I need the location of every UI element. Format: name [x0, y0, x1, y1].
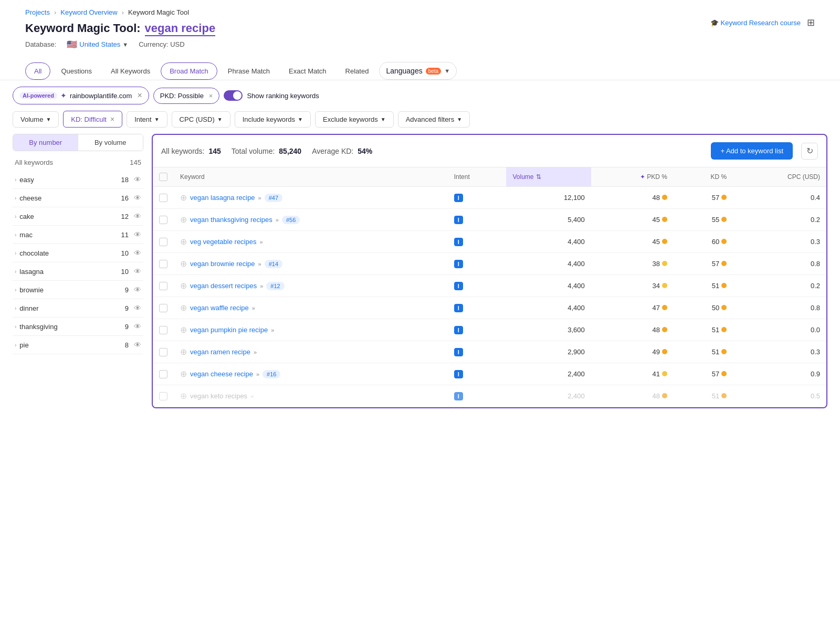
eye-icon[interactable]: 👁: [134, 175, 141, 184]
eye-icon[interactable]: 👁: [134, 304, 141, 312]
kd-dot: [721, 393, 727, 398]
kd-value: 51: [712, 348, 719, 356]
pkd-dot: [662, 349, 667, 354]
tab-questions[interactable]: Questions: [52, 63, 100, 79]
item-label: brownie: [19, 286, 121, 294]
sidebar-item-mac[interactable]: › mac 11 👁: [13, 226, 143, 244]
sidebar-item-brownie[interactable]: › brownie 9 👁: [13, 281, 143, 299]
pkd-dot: [662, 283, 667, 288]
row-checkbox[interactable]: [159, 348, 167, 356]
pkd-dot: [662, 217, 667, 222]
languages-tab[interactable]: Languages beta ▼: [379, 62, 457, 80]
ai-domain-filter[interactable]: AI-powered ✦ rainbowplantlife.com ×: [13, 87, 149, 104]
row-checkbox[interactable]: [159, 326, 167, 334]
domain-close-icon[interactable]: ×: [137, 91, 142, 100]
tab-related[interactable]: Related: [337, 63, 377, 79]
row-checkbox-cell: [153, 209, 174, 231]
grid-icon[interactable]: ⊞: [807, 17, 815, 28]
row-checkbox[interactable]: [159, 392, 167, 400]
show-ranking-toggle[interactable]: [224, 90, 243, 101]
eye-icon[interactable]: 👁: [134, 267, 141, 276]
kd-dot: [721, 349, 727, 354]
tab-all-keywords[interactable]: All Keywords: [102, 63, 159, 79]
refresh-btn[interactable]: ↻: [801, 143, 818, 160]
row-checkbox[interactable]: [159, 370, 167, 378]
tab-broad-match[interactable]: Broad Match: [161, 62, 217, 80]
eye-icon[interactable]: 👁: [134, 230, 141, 239]
keyword-link[interactable]: ⊕ vegan brownie recipe » #14: [180, 259, 442, 269]
volume-filter-btn[interactable]: Volume ▼: [13, 111, 59, 128]
keyword-link[interactable]: ⊕ vegan pumpkin pie recipe »: [180, 325, 442, 335]
chevron-right-icon: ›: [15, 195, 16, 201]
show-ranking-label: Show ranking keywords: [247, 92, 319, 100]
eye-icon[interactable]: 👁: [134, 212, 141, 220]
row-checkbox[interactable]: [159, 282, 167, 290]
kd-close-icon[interactable]: ×: [110, 115, 114, 123]
pkd-value: 48: [653, 326, 660, 334]
intent-filter-btn[interactable]: Intent ▼: [127, 111, 167, 128]
advanced-filters-btn[interactable]: Advanced filters ▼: [398, 111, 470, 128]
sort-by-number-btn[interactable]: By number: [13, 134, 78, 151]
item-count: 18: [121, 176, 129, 184]
eye-icon[interactable]: 👁: [134, 194, 141, 202]
sidebar-item-dinner[interactable]: › dinner 9 👁: [13, 299, 143, 318]
keyword-text: veg vegetable recipes: [190, 238, 256, 246]
table-row: ⊕ vegan lasagna recipe » #47 I 12,100 48…: [153, 187, 826, 209]
kd-cell: 51: [674, 319, 733, 341]
eye-icon[interactable]: 👁: [134, 286, 141, 294]
breadcrumb-projects[interactable]: Projects: [25, 8, 50, 16]
row-checkbox[interactable]: [159, 238, 167, 246]
cpc-filter-btn[interactable]: CPC (USD) ▼: [172, 111, 230, 128]
row-checkbox[interactable]: [159, 304, 167, 312]
breadcrumb-keyword-overview[interactable]: Keyword Overview: [60, 8, 117, 16]
keyword-link[interactable]: ⊕ vegan dessert recipes » #12: [180, 281, 442, 291]
keyword-text: vegan cheese recipe: [190, 370, 253, 378]
row-checkbox[interactable]: [159, 260, 167, 268]
keyword-table: Keyword Intent Volume ⇅ ✦ PKD % KD: [153, 167, 826, 407]
col-volume[interactable]: Volume ⇅: [506, 167, 591, 187]
sidebar-item-lasagna[interactable]: › lasagna 10 👁: [13, 262, 143, 281]
sidebar-item-chocolate[interactable]: › chocolate 10 👁: [13, 244, 143, 262]
intent-badge: I: [454, 216, 463, 224]
sidebar-item-thanksgiving[interactable]: › thanksgiving 9 👁: [13, 318, 143, 336]
keyword-link[interactable]: ⊕ vegan thanksgiving recipes » #56: [180, 215, 442, 225]
sidebar-item-cake[interactable]: › cake 12 👁: [13, 207, 143, 226]
course-link[interactable]: 🎓 Keyword Research course: [710, 19, 801, 27]
tab-all[interactable]: All: [25, 62, 50, 80]
include-keywords-btn[interactable]: Include keywords ▼: [235, 111, 311, 128]
keyword-link[interactable]: ⊕ vegan cheese recipe » #16: [180, 369, 442, 379]
country-link[interactable]: 🇺🇸 United States ▼: [67, 39, 128, 49]
keyword-link[interactable]: ⊕ vegan keto recipes »: [180, 391, 442, 401]
keyword-link[interactable]: ⊕ veg vegetable recipes »: [180, 237, 442, 247]
sidebar-item-pie[interactable]: › pie 8 👁: [13, 336, 143, 354]
keyword-link[interactable]: ⊕ vegan ramen recipe »: [180, 347, 442, 357]
sidebar-item-cheese[interactable]: › cheese 16 👁: [13, 189, 143, 207]
kd-value: 57: [712, 260, 719, 268]
eye-icon[interactable]: 👁: [134, 249, 141, 257]
row-checkbox[interactable]: [159, 194, 167, 202]
intent-cell: I: [448, 231, 507, 253]
sidebar-item-easy[interactable]: › easy 18 👁: [13, 171, 143, 189]
pkd-value: 49: [653, 348, 660, 356]
pkd-value: 47: [653, 304, 660, 312]
kd-filter-btn[interactable]: KD: Difficult ×: [63, 111, 122, 128]
exclude-keywords-btn[interactable]: Exclude keywords ▼: [315, 111, 394, 128]
item-count: 11: [121, 231, 129, 239]
add-to-keyword-list-btn[interactable]: + Add to keyword list: [711, 142, 793, 160]
eye-icon[interactable]: 👁: [134, 322, 141, 331]
row-checkbox[interactable]: [159, 216, 167, 224]
kd-cell: 57: [674, 187, 733, 209]
eye-icon[interactable]: 👁: [134, 341, 141, 349]
select-all-checkbox[interactable]: [159, 173, 167, 181]
keyword-link[interactable]: ⊕ vegan waffle recipe »: [180, 303, 442, 313]
pkd-filter[interactable]: PKD: Possible ×: [153, 88, 220, 104]
pkd-close-icon[interactable]: ×: [209, 92, 213, 100]
row-checkbox-cell: [153, 385, 174, 407]
panel-stats: All keywords: 145 Total volume: 85,240 A…: [161, 147, 372, 155]
intent-badge: I: [454, 238, 463, 246]
keyword-link[interactable]: ⊕ vegan lasagna recipe » #47: [180, 193, 442, 203]
tab-exact-match[interactable]: Exact Match: [280, 63, 335, 79]
tab-phrase-match[interactable]: Phrase Match: [219, 63, 278, 79]
keyword-cell: ⊕ vegan ramen recipe »: [174, 341, 448, 363]
sort-by-volume-btn[interactable]: By volume: [78, 134, 143, 151]
